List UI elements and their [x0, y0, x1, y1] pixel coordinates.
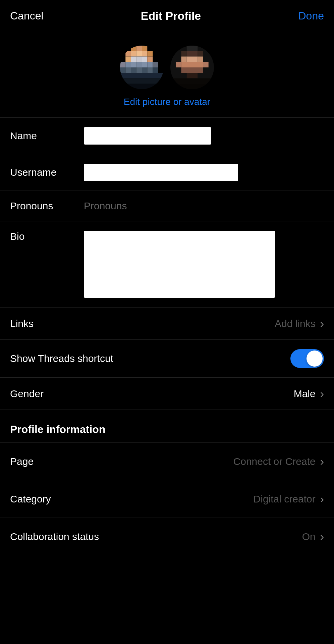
- category-chevron-icon: ›: [320, 492, 324, 505]
- svg-rect-35: [181, 57, 187, 62]
- threads-shortcut-row: Show Threads shortcut: [0, 340, 334, 378]
- form-section: Name Username Pronouns Pronouns Bio Link…: [0, 118, 334, 340]
- profile-info-title: Profile information: [10, 423, 324, 436]
- avatar-primary[interactable]: [120, 46, 164, 89]
- svg-rect-13: [120, 62, 125, 67]
- svg-rect-1: [136, 46, 142, 51]
- name-input[interactable]: [84, 127, 211, 145]
- username-label: Username: [10, 167, 84, 178]
- svg-rect-25: [147, 67, 153, 73]
- links-placeholder: Add links: [275, 318, 316, 329]
- page-row[interactable]: Page Connect or Create ›: [0, 442, 334, 480]
- links-label: Links: [10, 318, 84, 329]
- threads-shortcut-label: Show Threads shortcut: [10, 353, 113, 364]
- avatar-section: Edit picture or avatar: [0, 32, 334, 118]
- threads-shortcut-toggle[interactable]: [290, 349, 324, 368]
- gender-label: Gender: [10, 388, 44, 399]
- svg-rect-7: [147, 51, 153, 56]
- bio-label: Bio: [10, 231, 84, 242]
- svg-rect-34: [198, 51, 203, 56]
- svg-rect-20: [120, 67, 125, 73]
- svg-rect-12: [147, 57, 153, 62]
- svg-rect-23: [136, 67, 142, 73]
- pronouns-label: Pronouns: [10, 200, 84, 212]
- collab-row[interactable]: Collaboration status On ›: [0, 518, 334, 555]
- svg-rect-37: [198, 57, 203, 62]
- done-button[interactable]: Done: [298, 10, 324, 22]
- avatar-secondary[interactable]: [170, 46, 214, 89]
- name-label: Name: [10, 130, 84, 142]
- collab-label: Collaboration status: [10, 531, 99, 542]
- avatar-images: [120, 46, 214, 89]
- name-row: Name: [0, 118, 334, 154]
- svg-rect-28: [120, 78, 164, 84]
- svg-rect-43: [170, 78, 214, 84]
- svg-rect-24: [142, 67, 147, 73]
- svg-rect-19: [153, 62, 158, 67]
- svg-rect-26: [153, 67, 158, 73]
- svg-rect-16: [136, 62, 142, 67]
- username-row: Username: [0, 154, 334, 191]
- svg-rect-33: [187, 51, 198, 56]
- svg-rect-15: [131, 62, 136, 67]
- svg-rect-27: [120, 73, 164, 78]
- links-row[interactable]: Links Add links ›: [0, 308, 334, 339]
- svg-rect-17: [142, 62, 147, 67]
- page-value-row: Connect or Create ›: [233, 455, 324, 468]
- gender-value-row: Male ›: [294, 387, 324, 400]
- svg-rect-39: [181, 62, 203, 67]
- svg-rect-40: [203, 62, 209, 67]
- bio-input[interactable]: [84, 231, 275, 298]
- svg-rect-8: [125, 57, 131, 62]
- gender-chevron-icon: ›: [320, 387, 324, 400]
- category-value: Digital creator: [254, 493, 316, 505]
- svg-rect-5: [136, 51, 142, 56]
- svg-rect-44: [170, 84, 214, 89]
- svg-rect-31: [187, 46, 198, 51]
- svg-rect-42: [187, 73, 198, 78]
- svg-rect-9: [131, 57, 136, 62]
- page-title: Edit Profile: [141, 9, 201, 22]
- profile-info-section: Profile information: [0, 410, 334, 442]
- svg-rect-29: [120, 84, 164, 89]
- pronouns-row[interactable]: Pronouns Pronouns: [0, 191, 334, 221]
- svg-rect-38: [176, 62, 181, 67]
- svg-rect-2: [142, 46, 147, 51]
- svg-rect-14: [125, 62, 131, 67]
- gender-value: Male: [294, 388, 316, 399]
- links-chevron-icon: ›: [320, 317, 324, 330]
- cancel-button[interactable]: Cancel: [10, 10, 44, 22]
- collab-chevron-icon: ›: [320, 530, 324, 543]
- svg-rect-0: [131, 46, 136, 51]
- svg-rect-10: [136, 57, 142, 62]
- gender-row[interactable]: Gender Male ›: [0, 378, 334, 410]
- page-value: Connect or Create: [233, 456, 316, 467]
- svg-rect-36: [187, 57, 198, 62]
- category-label: Category: [10, 493, 51, 505]
- svg-rect-11: [142, 57, 147, 62]
- collab-value: On: [302, 531, 316, 542]
- pronouns-placeholder: Pronouns: [84, 200, 324, 212]
- bio-row: Bio: [0, 221, 334, 308]
- links-right: Add links ›: [275, 317, 324, 330]
- svg-rect-6: [142, 51, 147, 56]
- svg-rect-18: [147, 62, 153, 67]
- collab-value-row: On ›: [302, 530, 324, 543]
- category-row[interactable]: Category Digital creator ›: [0, 480, 334, 518]
- svg-rect-21: [125, 67, 131, 73]
- svg-rect-41: [181, 67, 203, 73]
- category-value-row: Digital creator ›: [254, 492, 324, 505]
- edit-picture-link[interactable]: Edit picture or avatar: [124, 97, 210, 107]
- svg-rect-22: [131, 67, 136, 73]
- username-input[interactable]: [84, 164, 238, 181]
- page-chevron-icon: ›: [320, 455, 324, 468]
- page-label: Page: [10, 456, 34, 467]
- svg-rect-4: [131, 51, 136, 56]
- toggle-knob: [307, 351, 323, 367]
- svg-rect-3: [125, 51, 131, 56]
- header: Cancel Edit Profile Done: [0, 0, 334, 32]
- svg-rect-32: [181, 51, 187, 56]
